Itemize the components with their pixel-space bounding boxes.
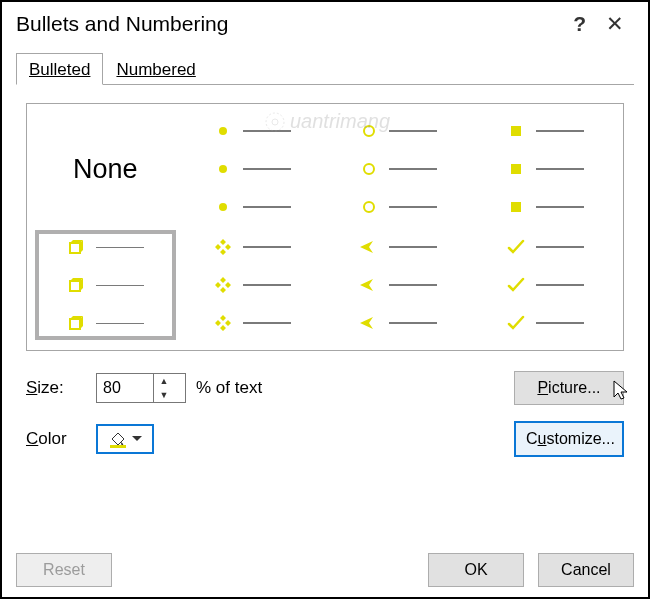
watermark: uantrimang <box>264 110 390 133</box>
tab-numbered[interactable]: Numbered <box>103 53 208 85</box>
size-spinner[interactable]: ▲ ▼ <box>96 373 186 403</box>
bullet-option-3d-box[interactable] <box>35 230 176 340</box>
bullet-option-check[interactable] <box>475 230 616 340</box>
square-icon <box>510 201 522 213</box>
tab-bulleted[interactable]: Bulleted <box>16 53 103 85</box>
size-up-button[interactable]: ▲ <box>154 374 174 388</box>
arrow-icon <box>359 278 379 292</box>
bullet-option-square[interactable] <box>475 114 616 224</box>
svg-rect-9 <box>511 164 521 174</box>
reset-button[interactable]: Reset <box>16 553 112 587</box>
box-3d-icon <box>66 237 86 257</box>
disc-icon <box>218 202 228 212</box>
size-label: Size: <box>26 378 86 398</box>
paint-bucket-icon <box>108 429 128 449</box>
bullet-option-none[interactable]: None <box>35 114 176 224</box>
svg-point-6 <box>364 164 374 174</box>
color-label: Color <box>26 429 86 449</box>
disc-icon <box>218 164 228 174</box>
tab-strip: Bulleted Numbered <box>16 52 634 85</box>
close-button[interactable]: ✕ <box>596 12 634 36</box>
dialog-footer: Reset OK Cancel <box>16 553 634 587</box>
customize-button[interactable]: Customize... <box>514 421 624 457</box>
options-area: Size: ▲ ▼ % of text Picture... Color Cus… <box>16 359 634 461</box>
arrow-icon <box>359 240 379 254</box>
ok-button[interactable]: OK <box>428 553 524 587</box>
size-input[interactable] <box>97 374 153 402</box>
svg-point-0 <box>266 113 284 131</box>
size-down-button[interactable]: ▼ <box>154 388 174 402</box>
check-icon <box>507 315 525 331</box>
box-3d-icon <box>66 313 86 333</box>
check-icon <box>507 239 525 255</box>
four-diamonds-icon <box>214 314 232 332</box>
titlebar: Bullets and Numbering ? ✕ <box>2 2 648 48</box>
size-suffix: % of text <box>196 378 316 398</box>
dialog-title: Bullets and Numbering <box>16 12 228 36</box>
svg-point-1 <box>272 119 278 125</box>
check-icon <box>507 277 525 293</box>
circle-icon <box>362 162 376 176</box>
bullet-option-four-diamonds[interactable] <box>182 230 323 340</box>
square-icon <box>510 125 522 137</box>
color-picker[interactable] <box>96 424 154 454</box>
square-icon <box>510 163 522 175</box>
mouse-cursor-icon <box>612 379 634 401</box>
help-button[interactable]: ? <box>573 12 596 36</box>
chevron-down-icon <box>132 436 142 442</box>
disc-icon <box>218 126 228 136</box>
four-diamonds-icon <box>214 238 232 256</box>
svg-point-3 <box>219 165 227 173</box>
svg-rect-11 <box>110 445 126 448</box>
dialog-window: Bullets and Numbering ? ✕ Bulleted Numbe… <box>0 0 650 599</box>
svg-point-2 <box>219 127 227 135</box>
arrow-icon <box>359 316 379 330</box>
bullet-style-grid: None <box>26 103 624 351</box>
watermark-icon <box>264 111 286 133</box>
tab-numbered-label: Numbered <box>116 60 195 79</box>
box-3d-icon <box>66 275 86 295</box>
four-diamonds-icon <box>214 276 232 294</box>
circle-icon <box>362 200 376 214</box>
cancel-button[interactable]: Cancel <box>538 553 634 587</box>
watermark-text: uantrimang <box>290 110 390 133</box>
svg-rect-8 <box>511 126 521 136</box>
svg-rect-10 <box>511 202 521 212</box>
content-area: Bulleted Numbered uantrimang None <box>2 52 648 461</box>
picture-button[interactable]: Picture... <box>514 371 624 405</box>
svg-point-7 <box>364 202 374 212</box>
tab-bulleted-label: Bulleted <box>29 60 90 79</box>
bullet-option-arrow[interactable] <box>328 230 469 340</box>
svg-point-4 <box>219 203 227 211</box>
